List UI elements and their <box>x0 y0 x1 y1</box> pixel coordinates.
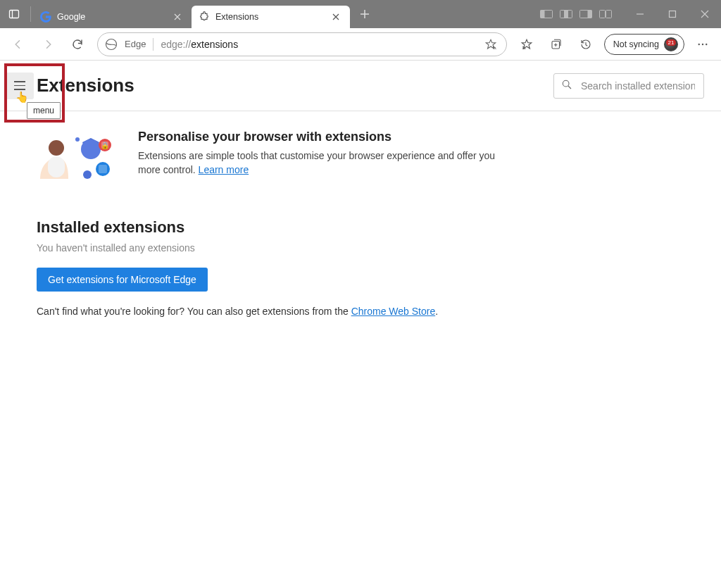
main-content: 🔒 Personalise your browser with extensio… <box>0 111 507 317</box>
new-tab-button[interactable] <box>354 4 375 25</box>
installed-empty-text: You haven't installed any extensions <box>37 242 507 254</box>
snap-split-icon[interactable] <box>598 9 613 19</box>
profile-sync-button[interactable]: Not syncing 21 <box>604 34 684 55</box>
svg-point-20 <box>706 43 707 44</box>
hero-illustration: 🔒 <box>37 130 121 187</box>
svg-rect-5 <box>564 11 568 18</box>
hero-section: 🔒 Personalise your browser with extensio… <box>37 130 507 187</box>
menu-button[interactable] <box>6 73 34 99</box>
favorite-star-icon[interactable] <box>482 38 499 51</box>
svg-rect-30 <box>99 165 107 173</box>
extension-icon <box>199 11 210 23</box>
installed-heading: Installed extensions <box>37 218 507 237</box>
svg-point-32 <box>75 137 80 142</box>
get-extensions-button[interactable]: Get extensions for Microsoft Edge <box>37 268 208 292</box>
search-extensions-box[interactable] <box>553 73 704 99</box>
svg-point-19 <box>702 43 703 44</box>
favorites-button[interactable] <box>513 31 541 58</box>
svg-rect-9 <box>606 11 612 18</box>
close-tab-icon[interactable] <box>172 11 183 23</box>
svg-line-22 <box>568 86 571 89</box>
tab-extensions[interactable]: Extensions <box>192 6 350 28</box>
snap-left-icon[interactable] <box>539 9 553 19</box>
svg-rect-0 <box>10 11 19 18</box>
window-close-button[interactable] <box>689 0 721 28</box>
page-content: 👆 menu Extensions 🔒 <box>0 61 721 588</box>
separator <box>153 38 153 51</box>
hero-heading: Personalise your browser with extensions <box>138 130 504 144</box>
chrome-web-store-link[interactable]: Chrome Web Store <box>351 306 436 317</box>
profile-badge-count: 21 <box>666 39 677 46</box>
maximize-button[interactable] <box>656 0 689 28</box>
svg-rect-7 <box>588 11 592 18</box>
learn-more-link[interactable]: Learn more <box>199 164 249 175</box>
minimize-button[interactable] <box>624 0 656 28</box>
window-titlebar: Google Extensions <box>0 0 721 28</box>
sync-label: Not syncing <box>613 39 659 49</box>
search-input[interactable] <box>579 80 696 92</box>
svg-point-25 <box>81 139 101 159</box>
google-favicon <box>40 11 51 23</box>
snap-right-icon[interactable] <box>579 9 593 19</box>
tab-google[interactable]: Google <box>33 6 192 28</box>
svg-point-21 <box>563 80 569 87</box>
svg-point-31 <box>83 170 92 179</box>
hero-body: Extensions are simple tools that customi… <box>138 149 504 177</box>
refresh-button[interactable] <box>63 31 92 58</box>
tab-title: Google <box>57 12 172 22</box>
snap-center-icon[interactable] <box>559 9 573 19</box>
svg-point-23 <box>49 140 64 156</box>
back-button[interactable] <box>4 31 32 58</box>
caption-buttons <box>539 0 721 28</box>
svg-rect-24 <box>48 156 65 177</box>
address-bar[interactable]: Edge edge://extensions <box>97 32 507 56</box>
site-identity-label: Edge <box>125 39 146 49</box>
profile-avatar-icon: 21 <box>664 37 678 51</box>
menu-tooltip: menu <box>27 102 61 119</box>
site-identity-icon <box>105 38 118 51</box>
history-button[interactable] <box>572 31 600 58</box>
browser-toolbar: Edge edge://extensions Not syncing 21 <box>0 28 721 61</box>
hero-text: Personalise your browser with extensions… <box>138 130 504 177</box>
close-tab-icon[interactable] <box>330 11 341 23</box>
page-header: 👆 menu Extensions <box>0 61 721 111</box>
url-text: edge://extensions <box>161 39 482 50</box>
svg-rect-8 <box>600 11 606 18</box>
forward-button[interactable] <box>34 31 62 58</box>
collections-button[interactable] <box>542 31 570 58</box>
chrome-store-hint: Can't find what you're looking for? You … <box>37 306 507 317</box>
caption-layout-group <box>539 9 624 19</box>
search-icon <box>561 79 572 92</box>
svg-text:🔒: 🔒 <box>101 141 110 150</box>
tab-actions-icon[interactable] <box>0 0 28 28</box>
more-menu-button[interactable] <box>689 31 717 58</box>
page-title: Extensions <box>37 75 134 96</box>
svg-rect-11 <box>670 11 676 18</box>
separator <box>30 6 31 22</box>
svg-point-18 <box>698 43 700 44</box>
tab-title: Extensions <box>215 12 330 22</box>
svg-rect-3 <box>541 11 545 18</box>
menu-region: 👆 menu Extensions <box>0 73 134 99</box>
